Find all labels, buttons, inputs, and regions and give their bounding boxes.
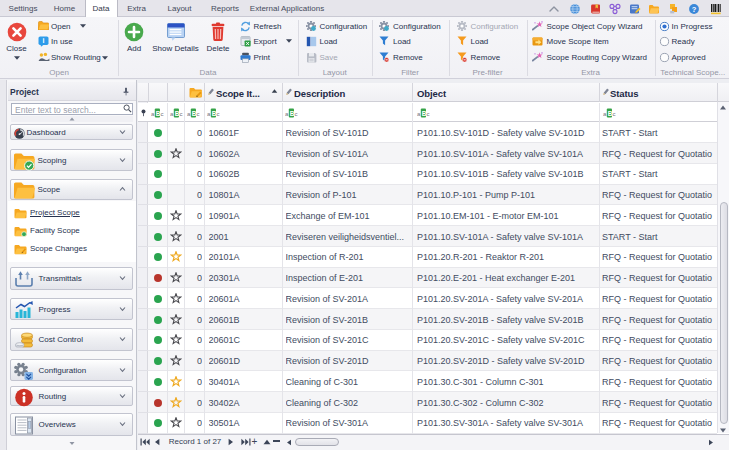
svg-text:c: c xyxy=(196,111,199,117)
svg-text:?: ? xyxy=(692,4,697,13)
svg-text:a: a xyxy=(187,111,191,117)
svg-text:a: a xyxy=(170,111,174,117)
svg-text:c: c xyxy=(427,111,430,117)
svg-text:i: i xyxy=(42,37,44,44)
svg-text:a: a xyxy=(151,111,155,117)
svg-text:c: c xyxy=(161,111,164,117)
svg-text:c: c xyxy=(179,111,182,117)
svg-text:a: a xyxy=(603,111,607,117)
svg-text:c: c xyxy=(216,111,219,117)
svg-text:c: c xyxy=(612,111,615,117)
svg-text:a: a xyxy=(207,111,211,117)
svg-text:c: c xyxy=(295,111,298,117)
svg-text:a: a xyxy=(417,111,421,117)
svg-text:a: a xyxy=(285,111,289,117)
